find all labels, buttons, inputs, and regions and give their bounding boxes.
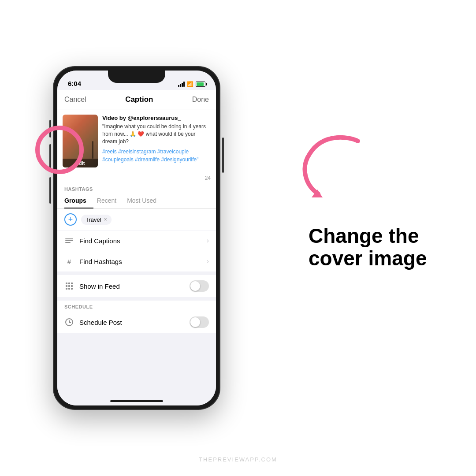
hashtag-tabs: Groups Recent Most Used: [57, 193, 216, 209]
signal-icon: [178, 82, 185, 87]
footer-watermark: THEPREVIEWAPP.COM: [199, 456, 277, 463]
post-preview: Edit Video by @explorerssaurus_ "Imagine…: [57, 109, 216, 173]
status-time: 6:04: [68, 80, 81, 87]
schedule-section: SCHEDULE Schedule Post: [57, 301, 216, 333]
find-captions-label: Find Captions: [79, 237, 201, 245]
post-image-container[interactable]: Edit: [63, 115, 98, 167]
done-button[interactable]: Done: [192, 96, 209, 104]
edit-overlay[interactable]: Edit: [63, 159, 98, 167]
tab-recent[interactable]: Recent: [97, 193, 123, 208]
power-button: [222, 138, 224, 173]
tab-groups[interactable]: Groups: [64, 193, 93, 208]
find-hashtags-row[interactable]: # Find Hashtags ›: [57, 251, 216, 271]
app-screen: Cancel Caption Done Edit Video by @explo…: [57, 90, 216, 405]
add-group-button[interactable]: +: [64, 213, 77, 226]
travel-tag-chip: Travel ×: [81, 215, 112, 225]
schedule-post-label: Schedule Post: [79, 319, 184, 326]
nav-header: Cancel Caption Done: [57, 90, 216, 109]
toggle-thumb: [190, 281, 200, 291]
chevron-right-icon-2: ›: [207, 257, 209, 265]
post-caption-area: Video by @explorerssaurus_ "Imagine what…: [102, 115, 211, 167]
find-hashtags-label: Find Hashtags: [79, 258, 201, 265]
feed-section: Show in Feed: [57, 275, 216, 297]
schedule-label: SCHEDULE: [57, 301, 216, 311]
hash-icon: #: [64, 257, 74, 266]
phone-notch: [108, 71, 165, 83]
find-captions-row[interactable]: Find Captions ›: [57, 231, 216, 251]
schedule-post-toggle[interactable]: [190, 316, 209, 328]
grid-icon: [64, 281, 74, 291]
cancel-button[interactable]: Cancel: [64, 96, 86, 104]
show-in-feed-toggle[interactable]: [190, 280, 209, 292]
chevron-right-icon: ›: [207, 237, 209, 245]
phone-screen: 6:04 📶 Canc: [57, 71, 216, 405]
volume-mute-button: [49, 120, 51, 138]
find-menu-section: Find Captions › # Find Hashtags ›: [57, 231, 216, 271]
volume-up-button: [49, 144, 51, 171]
page-container: 6:04 📶 Canc: [0, 0, 476, 476]
hashtags-label: HASHTAGS: [57, 183, 216, 193]
home-indicator: [110, 400, 163, 402]
nav-title: Caption: [125, 95, 153, 104]
hashtag-group-row: + Travel ×: [57, 209, 216, 230]
post-hashtags: #reels #reelsinstagram #travelcouple #co…: [102, 148, 211, 164]
annotation-text: Change the cover image: [309, 225, 450, 269]
post-author: Video by @explorerssaurus_: [102, 115, 211, 121]
phone-mockup: 6:04 📶 Canc: [53, 66, 220, 410]
remove-tag-button[interactable]: ×: [104, 216, 107, 223]
show-in-feed-row: Show in Feed: [57, 275, 216, 297]
wifi-icon: 📶: [187, 81, 193, 87]
volume-down-button: [49, 177, 51, 204]
hashtags-section: HASHTAGS Groups Recent Most Used + Trave…: [57, 183, 216, 230]
svg-marker-0: [312, 190, 323, 197]
annotation-heading-line2: cover image: [309, 247, 450, 269]
status-icons: 📶: [178, 81, 205, 87]
tab-most-used[interactable]: Most Used: [127, 193, 164, 208]
show-in-feed-label: Show in Feed: [79, 283, 184, 290]
annotation-arrow: [287, 128, 367, 198]
schedule-toggle-thumb: [190, 317, 200, 327]
post-text: "Imagine what you could be doing in 4 ye…: [102, 123, 211, 145]
tag-label: Travel: [86, 216, 101, 223]
clock-icon: [64, 317, 74, 327]
char-count: 24: [57, 173, 216, 183]
lines-icon: [64, 236, 74, 245]
annotation-heading-line1: Change the: [309, 225, 450, 247]
content-area: Edit Video by @explorerssaurus_ "Imagine…: [57, 109, 216, 405]
schedule-post-row: Schedule Post: [57, 311, 216, 333]
plus-icon: +: [68, 216, 73, 223]
battery-icon: [196, 82, 205, 87]
